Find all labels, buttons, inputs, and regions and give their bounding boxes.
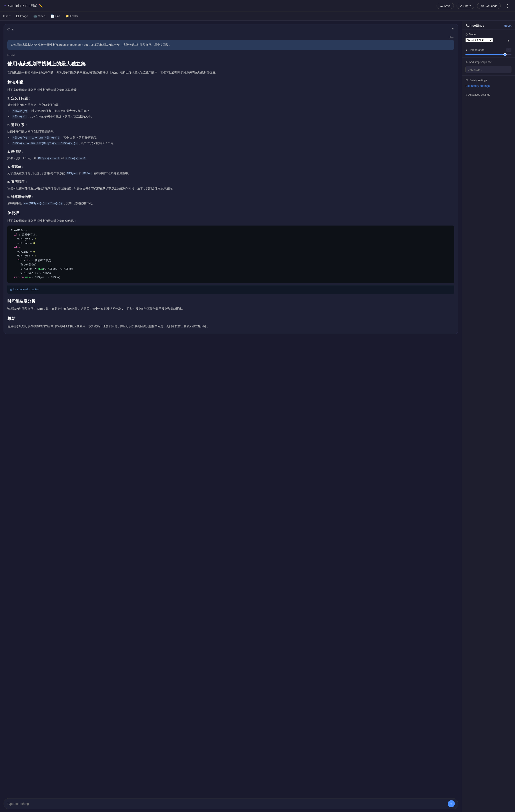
edit-title-icon[interactable]: ✏️ — [39, 4, 43, 7]
step3-heading: 3. 基情况： — [7, 149, 454, 154]
edit-safety-link[interactable]: Edit safety settings — [465, 84, 490, 87]
user-label: User — [4, 34, 458, 40]
share-icon: ↗ — [460, 4, 462, 7]
save-icon: ☁ — [440, 4, 443, 7]
complexity-heading: 时间复杂度分析 — [7, 298, 454, 305]
safety-header: 🛡 Safety settings — [465, 79, 511, 82]
thermometer-icon: 🌡 — [465, 49, 468, 52]
insert-image-button[interactable]: 🖼 Image — [14, 13, 30, 19]
conclusion-heading: 总结 — [7, 315, 454, 322]
algo-intro: 以下是使用动态规划寻找树上的最大独立集的算法步骤： — [7, 87, 454, 92]
step3-desc: 如果 v 是叶子节点，则 MISyes(v) = 1 和 MISno(v) = … — [7, 156, 454, 161]
step1-desc: 对于树中的每个节点 v，定义两个子问题： — [7, 103, 454, 108]
insert-folder-button[interactable]: 📁 Folder — [63, 13, 80, 19]
chat-header: Chat ↻ — [4, 24, 458, 34]
step4-heading: 4. 备忘录： — [7, 164, 454, 170]
header-left: ✦ Gemini 1.5 Pro测试 ✏️ — [4, 4, 43, 8]
step1-li1: MISyes(v)：以 v 为根的子树中包含 v 的最大独立集的大小。 — [12, 109, 454, 113]
chevron-down-icon: ∨ — [465, 94, 467, 96]
reset-button[interactable]: Reset — [504, 24, 511, 27]
refresh-button[interactable]: ↻ — [452, 27, 454, 31]
chat-input[interactable] — [7, 802, 448, 806]
folder-icon: 📁 — [65, 14, 69, 18]
code-block: TreeMIS(v): if v 是叶子节点: v.MISyes = 1 v.M… — [7, 226, 454, 283]
pseudocode-heading: 伪代码 — [7, 210, 454, 217]
advanced-section: ∨ Advanced settings — [462, 90, 515, 98]
main-layout: Chat ↻ User 如何用动态规划DP来找出一棵树上的largest ind… — [0, 21, 515, 812]
app-title: Gemini 1.5 Pro测试 — [8, 4, 37, 8]
file-icon: 📄 — [51, 14, 54, 18]
model-select[interactable]: Gemini 1.5 Pro Gemini 1.5 Flash Gemini 1… — [465, 38, 493, 42]
pseudocode-intro: 以下是使用动态规划寻找树上的最大独立集的伪代码： — [7, 219, 454, 223]
model-select-wrapper: Gemini 1.5 Pro Gemini 1.5 Flash Gemini 1… — [465, 38, 511, 42]
temp-value: 1 — [506, 48, 511, 52]
safety-section: 🛡 Safety settings Edit safety settings — [462, 76, 515, 90]
algo-heading: 算法步骤 — [7, 79, 454, 86]
stop-sequence-section: ⊕ Add stop sequence — [462, 57, 515, 76]
image-icon: 🖼 — [16, 14, 19, 18]
insert-label: Insert: — [3, 14, 11, 18]
chat-area: Chat ↻ User 如何用动态规划DP来找出一棵树上的largest ind… — [0, 21, 462, 812]
shield-icon: 🛡 — [465, 79, 468, 82]
insert-video-button[interactable]: 📹 Video — [31, 13, 48, 19]
code-footer[interactable]: ⧉ Use code with caution. — [7, 285, 454, 294]
conclusion-desc: 使用动态规划可以在线性时间内有效地找到树上的最大独立集。该算法易于理解和实现，并… — [7, 324, 454, 329]
model-response: 使用动态规划寻找树上的最大独立集 动态规划是一种将问题分解成子问题，并利用子问题… — [4, 61, 458, 334]
plus-circle-icon: ⊕ — [465, 61, 468, 64]
temperature-section: 🌡 Temperature 1 — [462, 45, 515, 57]
chat-input-box: + — [4, 798, 458, 809]
step4-desc: 为了避免重复计算子问题，我们将每个节点的 MISyes 和 MISno 值存储在… — [7, 171, 454, 176]
run-settings-sidebar: Run settings Reset ⬡ Model Gemini 1.5 Pr… — [462, 21, 515, 812]
advanced-settings-toggle[interactable]: ∨ Advanced settings — [465, 93, 511, 96]
send-button[interactable]: + — [448, 800, 455, 807]
step1-heading: 1. 定义子问题： — [7, 95, 454, 101]
chat-container[interactable]: Chat ↻ User 如何用动态规划DP来找出一棵树上的largest ind… — [0, 21, 462, 796]
model-section-label: ⬡ Model — [465, 33, 511, 36]
step5-heading: 5. 遍历顺序： — [7, 179, 454, 185]
step5-desc: 我们可以使用任何遍历树的方法来计算子问题的值，只要保证每个节点都在其子节点之后被… — [7, 186, 454, 191]
run-settings-title: Run settings — [465, 24, 484, 27]
insert-file-button[interactable]: 📄 File — [49, 13, 62, 19]
gemini-icon: ✦ — [4, 4, 6, 8]
temp-header: 🌡 Temperature 1 — [465, 48, 511, 52]
more-options-button[interactable]: ⋮ — [504, 2, 511, 9]
step1-list: MISyes(v)：以 v 为根的子树中包含 v 的最大独立集的大小。 MISn… — [12, 109, 454, 119]
model-section: ⬡ Model Gemini 1.5 Pro Gemini 1.5 Flash … — [462, 30, 515, 45]
chat-input-area: + — [0, 796, 462, 812]
step2-li1: MISyes(v) = 1 + sum(MISno(w))，其中 w 是 v 的… — [12, 136, 454, 140]
temperature-slider[interactable] — [465, 54, 511, 55]
step6-desc: 最终结果是 max(MISyes(r), MISno(r))，其中 r 是树的根… — [7, 201, 454, 206]
chat-title: Chat — [7, 27, 15, 31]
step2-list: MISyes(v) = 1 + sum(MISno(w))，其中 w 是 v 的… — [12, 136, 454, 146]
header-right: ☁ Save ↗ Share </> Get code ⋮ — [437, 2, 511, 9]
stop-sequence-input[interactable] — [465, 66, 511, 73]
temp-label: 🌡 Temperature — [465, 49, 484, 52]
model-label: Model — [4, 53, 458, 58]
step6-heading: 6. 计算最终结果： — [7, 194, 454, 200]
step2-li2: MISno(v) = sum(max(MISyes(w), MISno(w)))… — [12, 141, 454, 146]
insert-toolbar: Insert: 🖼 Image 📹 Video 📄 File 📁 Folder — [0, 12, 515, 21]
response-intro: 动态规划是一种将问题分解成子问题，并利用子问题的解来解决原问题的算法设计方法。在… — [7, 70, 454, 75]
app-header: ✦ Gemini 1.5 Pro测试 ✏️ ☁ Save ↗ Share </>… — [0, 0, 515, 12]
code-icon: </> — [480, 4, 485, 7]
complexity-desc: 该算法的时间复杂度为 O(n)，其中 n 是树中节点的数量。这是因为每个节点都被… — [7, 306, 454, 311]
share-button[interactable]: ↗ Share — [457, 3, 475, 9]
user-message: 如何用动态规划DP来找出一棵树上的largest independent set… — [7, 40, 454, 50]
chat-box: Chat ↻ User 如何用动态规划DP来找出一棵树上的largest ind… — [4, 24, 458, 334]
slider-thumb — [504, 53, 507, 56]
video-icon: 📹 — [33, 14, 37, 18]
sidebar-header: Run settings Reset — [462, 21, 515, 30]
get-code-button[interactable]: </> Get code — [477, 3, 501, 9]
step2-desc: 这两个子问题之间存在以下递归关系： — [7, 129, 454, 134]
step2-heading: 2. 递归关系： — [7, 122, 454, 128]
stop-header: ⊕ Add stop sequence — [465, 61, 511, 64]
copy-icon: ⧉ — [10, 287, 12, 292]
step1-li2: MISno(v)：以 v 为根的子树中不包含 v 的最大独立集的大小。 — [12, 114, 454, 119]
model-icon: ⬡ — [465, 33, 468, 36]
save-button[interactable]: ☁ Save — [437, 3, 454, 9]
response-title: 使用动态规划寻找树上的最大独立集 — [7, 61, 454, 67]
